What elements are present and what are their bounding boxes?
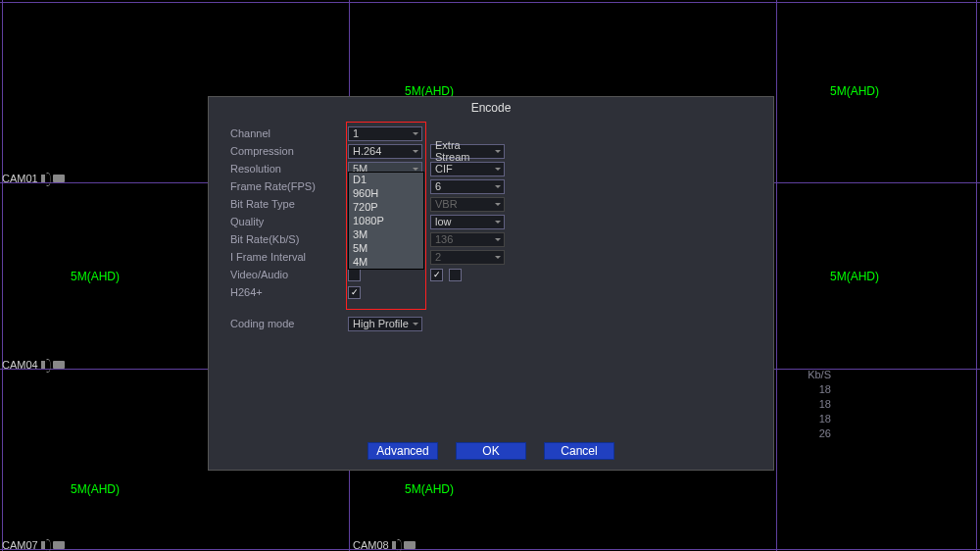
- label-brtype: Bit Rate Type: [230, 198, 328, 210]
- channel-select[interactable]: 1: [348, 126, 422, 141]
- cell-resolution-label: 5M(AHD): [71, 482, 120, 496]
- camera-icon: [53, 361, 65, 369]
- extra-video-check[interactable]: [430, 269, 443, 281]
- bitrate-stats: Kb/S 18 18 18 26: [808, 368, 831, 441]
- cam-label: CAM04: [2, 359, 65, 371]
- cancel-button[interactable]: Cancel: [544, 442, 614, 460]
- label-resolution: Resolution: [230, 163, 328, 175]
- label-iframe: I Frame Interval: [230, 251, 328, 263]
- res-opt-3m[interactable]: 3M: [349, 227, 423, 241]
- res-opt-4m[interactable]: 4M: [349, 255, 423, 269]
- label-coding: Coding mode: [230, 318, 328, 329]
- video-audio-check-1[interactable]: [348, 269, 361, 281]
- extra-audio-check[interactable]: [449, 269, 462, 281]
- label-bitrate: Bit Rate(Kb/S): [230, 233, 328, 245]
- extra-res-select[interactable]: CIF: [430, 162, 505, 176]
- resolution-dropdown[interactable]: D1 960H 720P 1080P 3M 5M 4M: [348, 172, 424, 270]
- chevron-down-icon: [494, 253, 502, 262]
- advanced-button[interactable]: Advanced: [368, 442, 438, 460]
- res-opt-d1[interactable]: D1: [349, 173, 423, 186]
- h264plus-check[interactable]: [348, 286, 361, 299]
- cell-resolution-label: 5M(AHD): [405, 482, 454, 496]
- label-va: Video/Audio: [230, 269, 328, 280]
- encode-form: Channel 1 Compression H.264 Resolution 5…: [230, 125, 422, 332]
- res-opt-5m[interactable]: 5M: [349, 241, 423, 255]
- extra-stream-select[interactable]: Extra Stream: [430, 144, 505, 159]
- mute-icon: [41, 541, 51, 549]
- extra-iframe-select: 2: [430, 250, 505, 265]
- cell-resolution-label: 5M(AHD): [830, 84, 879, 98]
- chevron-down-icon: [494, 235, 502, 244]
- chevron-down-icon: [412, 320, 419, 328]
- camera-icon: [53, 541, 65, 549]
- label-quality: Quality: [230, 216, 328, 227]
- label-compression: Compression: [230, 145, 328, 157]
- label-channel: Channel: [230, 127, 328, 139]
- camera-icon: [404, 541, 416, 549]
- extra-stream-column: Extra Stream CIF 6 VBR low 136 2: [430, 142, 505, 283]
- chevron-down-icon: [494, 165, 502, 174]
- cell-resolution-label: 5M(AHD): [830, 270, 879, 283]
- res-opt-960h[interactable]: 960H: [349, 186, 423, 200]
- dialog-title: Encode: [209, 97, 773, 123]
- cam-label: CAM08: [353, 539, 416, 551]
- compression-select[interactable]: H.264: [348, 144, 422, 159]
- mute-icon: [392, 541, 402, 549]
- extra-brtype-select: VBR: [430, 197, 505, 212]
- encode-dialog: Encode Channel 1 Compression H.264 Resol…: [208, 96, 774, 471]
- label-h264p: H264+: [230, 286, 328, 298]
- chevron-down-icon: [494, 147, 502, 156]
- coding-mode-select[interactable]: High Profile: [348, 317, 422, 331]
- ok-button[interactable]: OK: [456, 442, 526, 460]
- chevron-down-icon: [494, 200, 502, 209]
- res-opt-720p[interactable]: 720P: [349, 200, 423, 214]
- res-opt-1080p[interactable]: 1080P: [349, 214, 423, 227]
- cam-label: CAM07: [2, 539, 65, 551]
- chevron-down-icon: [412, 129, 419, 138]
- kbs-header: Kb/S: [808, 368, 831, 382]
- chevron-down-icon: [494, 218, 502, 226]
- label-fps: Frame Rate(FPS): [230, 180, 328, 192]
- extra-bitrate-select: 136: [430, 232, 505, 247]
- chevron-down-icon: [494, 182, 502, 191]
- cam-label: CAM01: [2, 173, 65, 184]
- mute-icon: [41, 361, 51, 369]
- extra-fps-select[interactable]: 6: [430, 179, 505, 194]
- mute-icon: [41, 175, 51, 182]
- cell-resolution-label: 5M(AHD): [71, 270, 120, 283]
- camera-icon: [53, 175, 65, 182]
- extra-quality-select[interactable]: low: [430, 215, 505, 229]
- chevron-down-icon: [412, 147, 419, 156]
